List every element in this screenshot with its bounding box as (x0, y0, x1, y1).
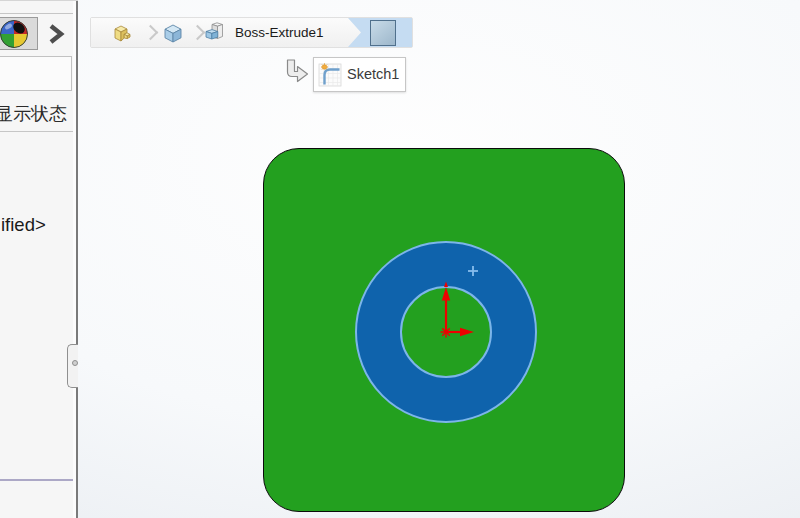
truncated-value-text: ified> (1, 214, 46, 236)
breadcrumb-feature-label[interactable]: Boss-Extrude1 (235, 18, 324, 47)
sketch-label: Sketch1 (347, 58, 399, 91)
y-axis-arrowhead (442, 287, 450, 301)
plus-cursor-marker (467, 265, 479, 277)
sketch-icon (318, 63, 342, 87)
sketch-origin-axes (416, 277, 480, 353)
window-top-edge (0, 0, 78, 1)
solidworks-window: 显示状态 ified> (0, 0, 800, 518)
appearance-sphere-icon (0, 19, 29, 49)
elbow-arrow-icon (283, 59, 309, 87)
solid-body-icon[interactable] (161, 21, 185, 45)
panel-bottom-divider (0, 479, 73, 481)
x-axis-arrowhead (460, 328, 474, 337)
panel-divider (0, 131, 73, 132)
panel-divider (0, 13, 73, 14)
display-states-label: 显示状态 (0, 102, 67, 126)
part-icon[interactable] (111, 21, 135, 45)
expand-chevron-icon[interactable] (46, 23, 66, 45)
selection-breadcrumb-bar: Boss-Extrude1 (90, 17, 413, 48)
y-axis-tip (444, 282, 448, 288)
sketch-callout-chip[interactable]: Sketch1 (313, 57, 406, 92)
panel-listbox[interactable] (0, 56, 72, 91)
face-icon[interactable] (370, 20, 396, 46)
panel-splitter-handle[interactable] (67, 344, 78, 388)
boss-extrude-icon[interactable] (203, 21, 227, 45)
task-pane-panel: 显示状态 ified> (0, 0, 73, 518)
appearances-button[interactable] (0, 17, 38, 50)
